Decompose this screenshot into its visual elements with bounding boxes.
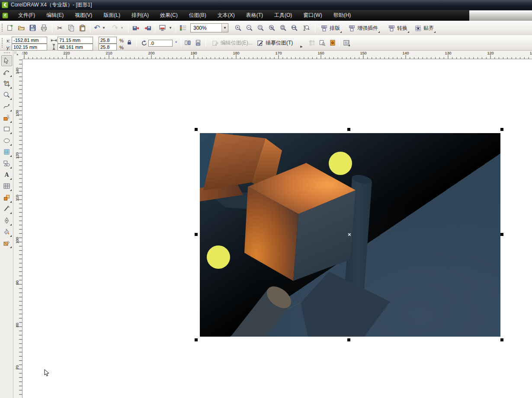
pick-tool[interactable] [1, 55, 12, 66]
shape-tool[interactable] [1, 67, 12, 77]
menu-item-7[interactable]: 文本(X) [212, 10, 240, 21]
print-button[interactable] [38, 22, 49, 33]
blend-tool[interactable] [1, 192, 12, 203]
convert-toolbar-button[interactable]: 转换 [386, 23, 410, 33]
text-tool[interactable]: A [1, 169, 12, 180]
save-button[interactable] [27, 22, 38, 33]
menu-item-8[interactable]: 表格(T) [240, 10, 269, 21]
mirror-vertical-button[interactable] [194, 39, 202, 47]
selection-handle-6[interactable] [347, 338, 350, 341]
plugins-toolbar-button[interactable]: 增强插件 [346, 23, 380, 33]
edit-bitmap-button[interactable]: 编辑位图(E)... [210, 38, 254, 48]
new-document-button[interactable] [4, 22, 15, 33]
menu-item-4[interactable]: 排列(A) [126, 10, 154, 21]
object-width-input[interactable] [58, 37, 93, 44]
snap-toolbar-button[interactable]: 贴齐 [412, 23, 436, 33]
interactive-fill-tool[interactable] [1, 238, 12, 248]
drawing-canvas[interactable]: × [22, 59, 532, 398]
menu-item-9[interactable]: 工具(O) [269, 10, 298, 21]
eyedropper-tool[interactable] [1, 204, 12, 214]
lock-ratio-icon[interactable] [125, 38, 133, 46]
object-height-input[interactable] [58, 44, 93, 51]
layout-toolbar-button[interactable]: 排版 [318, 23, 342, 33]
zoom-to-page-height-button[interactable] [300, 22, 311, 33]
undo-button[interactable]: ↶ [93, 22, 101, 33]
welcome-screen-button[interactable] [178, 22, 189, 33]
ruler-origin[interactable] [13, 51, 22, 59]
basic-shapes-tool[interactable] [1, 158, 12, 169]
ellipse-tool[interactable] [1, 135, 12, 146]
zoom-level-dropdown[interactable]: ▼ [221, 24, 228, 32]
menu-item-10[interactable]: 窗口(W) [298, 10, 327, 21]
undo-dropdown[interactable]: ▼ [101, 22, 106, 33]
trace-flyout-arrow[interactable]: ▶ [300, 43, 303, 51]
zoom-tool[interactable] [1, 89, 12, 100]
toolbar-grip[interactable] [1, 23, 3, 32]
menu-item-2[interactable]: 视图(V) [69, 10, 98, 21]
selection-handle-5[interactable] [195, 338, 198, 341]
trace-bitmap-button[interactable]: 描摹位图(T) [255, 38, 295, 48]
scale-vertical-input[interactable] [99, 44, 117, 51]
open-button[interactable] [16, 22, 27, 33]
graph-paper-tool[interactable] [1, 146, 12, 157]
redo-dropdown[interactable]: ▼ [119, 22, 125, 33]
toolbar-separator [90, 23, 90, 32]
paste-button[interactable] [77, 22, 88, 33]
toolbox-grip[interactable] [3, 52, 10, 54]
svg-text:120: 120 [15, 152, 19, 159]
trace-bitmap-label: 描摹位图(T) [266, 39, 293, 47]
h-ruler-scale: 230220210200190180170160150140130120110 [22, 51, 532, 59]
selection-handle-7[interactable] [500, 338, 503, 341]
x-position-input[interactable] [12, 37, 47, 44]
flyout-indicator [10, 178, 12, 180]
rectangle-tool[interactable] [1, 124, 12, 134]
cut-button[interactable]: ✂ [54, 22, 65, 33]
freehand-tool[interactable] [1, 101, 12, 112]
crop-tool[interactable] [1, 78, 12, 89]
zoom-to-all-objects-button[interactable] [266, 22, 277, 33]
flyout-indicator [10, 189, 12, 191]
smart-fill-tool[interactable] [1, 112, 12, 123]
application-launcher-dropdown[interactable]: ▼ [168, 22, 173, 33]
table-tool[interactable] [1, 181, 12, 191]
zoom-to-selection-button[interactable] [255, 22, 266, 33]
menu-item-1[interactable]: 编辑(E) [41, 10, 69, 21]
zoom-out-button[interactable] [244, 22, 255, 33]
vertical-ruler[interactable]: 140130120110100908070 [13, 59, 22, 398]
propbar-grip[interactable] [1, 38, 3, 48]
application-launcher-button[interactable] [157, 22, 168, 33]
copy-button[interactable] [66, 22, 77, 33]
zoom-in-button[interactable] [233, 22, 244, 33]
horizontal-ruler[interactable]: 230220210200190180170160150140130120110 [22, 51, 532, 59]
selection-center-marker[interactable]: × [348, 232, 351, 237]
selection-handle-4[interactable] [500, 233, 503, 236]
menu-item-11[interactable]: 帮助(H) [328, 10, 357, 21]
zoom-level-input[interactable] [191, 25, 221, 31]
selection-handle-3[interactable] [195, 233, 198, 236]
bitmap-color-mask-button[interactable] [329, 39, 337, 47]
fill-tool[interactable] [1, 226, 12, 237]
zoom-to-page-button[interactable] [278, 22, 288, 33]
selection-handle-0[interactable] [195, 128, 198, 131]
menu-item-6[interactable]: 位图(B) [183, 10, 212, 21]
flyout-indicator [10, 201, 12, 203]
import-button[interactable] [131, 22, 141, 33]
export-button[interactable] [142, 22, 153, 33]
redo-button[interactable]: ↷ [111, 22, 119, 33]
mirror-horizontal-button[interactable] [184, 39, 192, 47]
menu-item-3[interactable]: 版面(L) [98, 10, 126, 21]
menu-item-5[interactable]: 效果(C) [154, 10, 183, 21]
zoom-to-page-width-button[interactable] [289, 22, 300, 33]
flyout-indicator [10, 121, 12, 123]
menu-item-0[interactable]: 文件(F) [13, 10, 41, 21]
scale-horizontal-input[interactable] [99, 37, 117, 44]
selection-handle-2[interactable] [500, 128, 503, 131]
crop-bitmap-button[interactable] [308, 39, 316, 47]
rotation-angle-input[interactable] [148, 40, 173, 47]
zoom-level-combo[interactable]: ▼ [190, 23, 228, 32]
resample-bitmap-button[interactable] [318, 39, 326, 47]
selection-handle-1[interactable] [347, 128, 350, 131]
outline-tool[interactable] [1, 215, 12, 226]
wrap-text-button[interactable] [343, 39, 350, 47]
y-position-input[interactable] [12, 44, 47, 51]
